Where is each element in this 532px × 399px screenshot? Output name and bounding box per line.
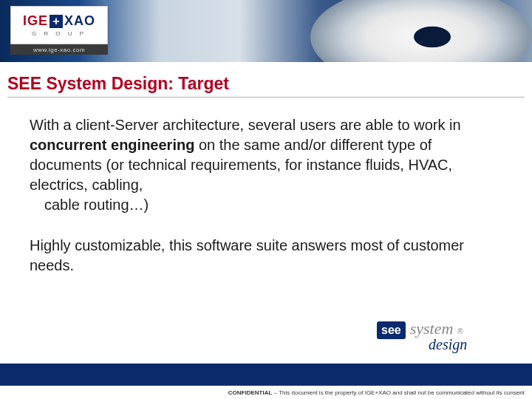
paragraph-2: Highly customizable, this software suite… [30, 236, 507, 276]
slide-title: SEE System Design: Target [7, 74, 525, 98]
footer-bar [0, 364, 532, 386]
confidential-notice: CONFIDENTIAL – This document is the prop… [228, 389, 525, 396]
logo-text-xao: XAO [64, 13, 95, 29]
header-banner: IGE + XAO G R O U P www.ige-xao.com [0, 0, 532, 62]
logo-text-ige: IGE [23, 13, 48, 29]
registered-icon: ® [457, 327, 463, 335]
body-text: With a client-Server architecture, sever… [7, 115, 525, 276]
logo-url: www.ige-xao.com [10, 44, 108, 55]
logo-main: IGE + XAO [23, 13, 95, 29]
design-text: design [377, 336, 511, 353]
confidential-text: – This document is the property of IGE+X… [272, 389, 525, 396]
confidential-label: CONFIDENTIAL [228, 389, 273, 396]
plus-icon: + [50, 15, 63, 28]
logo-subtext: G R O U P [32, 30, 86, 37]
slide-content: SEE System Design: Target With a client-… [0, 62, 532, 276]
paragraph-1: With a client-Server architecture, sever… [30, 115, 507, 215]
para1-indent: cable routing…) [30, 195, 507, 215]
para1-part1: With a client-Server architecture, sever… [30, 117, 461, 133]
company-logo: IGE + XAO G R O U P [10, 6, 108, 44]
para1-bold: concurrent engineering [30, 137, 194, 153]
product-logo: see system ® design [371, 315, 511, 358]
